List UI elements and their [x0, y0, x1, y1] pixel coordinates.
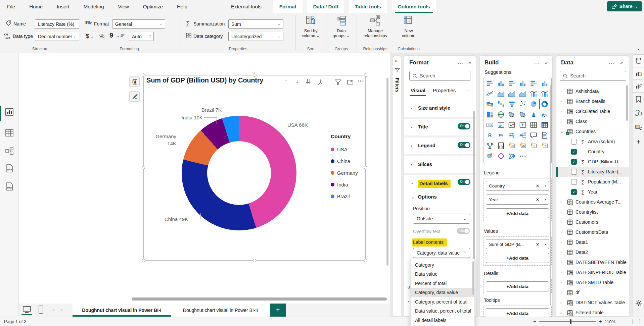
field-row-year[interactable]: ∑Year: [556, 187, 629, 197]
resize-handle[interactable]: [364, 259, 367, 262]
add-data-button[interactable]: +Add data: [486, 281, 549, 291]
prev-page-icon[interactable]: ‹: [53, 307, 54, 312]
build-pane-toggle[interactable]: [633, 67, 644, 80]
summarization-select[interactable]: Sum⌄: [228, 19, 283, 29]
section-detail-labels[interactable]: ⌄ Detail labels On: [404, 176, 476, 191]
line-and-clustered-column-chart-icon[interactable]: [539, 89, 550, 99]
collapse-strip-icon[interactable]: ⌃: [633, 48, 644, 53]
legend-item-usa[interactable]: USA: [331, 144, 358, 155]
tmdl-view-icon[interactable]: TMDL: [5, 182, 14, 191]
map-icon[interactable]: [496, 109, 507, 120]
legend-item-china[interactable]: China: [331, 155, 358, 167]
dropdown-option[interactable]: Category, percent of total: [411, 297, 474, 307]
chevron-right-icon[interactable]: ›: [560, 240, 565, 244]
onobject-insights-button[interactable]: [129, 76, 140, 87]
go-to-next-level-icon[interactable]: ⇊: [304, 78, 313, 85]
field-options-icon[interactable]: ›: [545, 197, 546, 202]
field-checkbox[interactable]: [571, 139, 577, 145]
remove-field-icon[interactable]: ✕: [536, 242, 540, 247]
clustered-bar-chart-icon[interactable]: [506, 78, 517, 89]
chevron-right-icon[interactable]: ›: [560, 250, 565, 254]
menu-tab-table-tools[interactable]: Table tools: [349, 0, 387, 13]
chevron-right-icon[interactable]: ›: [560, 290, 565, 294]
field-checkbox[interactable]: [571, 179, 577, 185]
ai-filter-icon[interactable]: [539, 141, 550, 151]
qa-visual-icon[interactable]: [528, 130, 539, 141]
100-stacked-bar-chart-icon[interactable]: [528, 78, 539, 89]
table-row-datesmtd-table[interactable]: ›DATESMTD Table: [556, 277, 629, 287]
data-search-box[interactable]: Search: [560, 71, 626, 81]
onobject-format-button[interactable]: [129, 91, 140, 102]
line-and-stacked-column-chart-icon[interactable]: [528, 89, 539, 99]
power-apps-icon[interactable]: [496, 151, 507, 161]
matrix-icon[interactable]: [539, 120, 550, 130]
ai-card-icon[interactable]: 123: [506, 141, 517, 151]
chevron-down-icon[interactable]: ⌄: [560, 129, 565, 134]
new-page-button[interactable]: +: [270, 304, 286, 317]
table-view-icon[interactable]: [5, 128, 14, 138]
arcgis-map-icon[interactable]: [485, 151, 496, 161]
chevron-right-icon[interactable]: ›: [560, 260, 565, 264]
chevron-right-icon[interactable]: ›: [560, 109, 565, 113]
shape-map-icon[interactable]: [517, 109, 528, 120]
canvas-vertical-scrollbar[interactable]: [386, 78, 388, 266]
canvas-horizontal-scrollbar[interactable]: [132, 297, 387, 301]
field-checkbox[interactable]: [571, 159, 577, 165]
collapse-pane-icon[interactable]: »: [545, 59, 548, 65]
power-automate-icon[interactable]: [506, 151, 517, 161]
section-size-and-style[interactable]: ›Size and style: [404, 101, 476, 116]
tab-visual[interactable]: Visual: [411, 88, 425, 93]
field-pill[interactable]: Year✕|›: [486, 195, 549, 205]
field-row-area-sq-km-[interactable]: ∑Area (sq km): [556, 137, 629, 147]
page-tab-1[interactable]: Doughnut chart visual in Power BI-I: [73, 304, 171, 317]
chevron-right-icon[interactable]: ›: [560, 119, 565, 123]
field-row-population-m-[interactable]: ∑Population (M...: [556, 177, 629, 187]
donut-chart-icon[interactable]: [539, 99, 550, 109]
menu-item-optimize[interactable]: Optimize: [136, 0, 170, 13]
name-input[interactable]: Literacy Rate (%): [35, 19, 79, 29]
field-checkbox[interactable]: [571, 169, 577, 175]
chevron-right-icon[interactable]: ›: [560, 220, 565, 224]
field-options-icon[interactable]: ›: [545, 183, 546, 188]
slicer-icon[interactable]: [517, 120, 528, 130]
bookmark-icon[interactable]: [636, 96, 641, 103]
dropdown-option[interactable]: All detail labels: [411, 316, 474, 325]
paginated-report-icon[interactable]: [496, 141, 507, 151]
table-row-countries[interactable]: ⌄✓Countries: [556, 126, 629, 137]
decimal-spinner[interactable]: Auto˄˅: [129, 32, 154, 41]
field-checkbox[interactable]: [571, 149, 577, 155]
field-checkbox[interactable]: [571, 189, 577, 195]
line-chart-icon[interactable]: [485, 89, 496, 99]
table-icon[interactable]: [528, 120, 539, 130]
focus-mode-icon[interactable]: [346, 79, 355, 85]
filled-map-icon[interactable]: [506, 109, 517, 120]
more-options-icon[interactable]: ···: [357, 78, 365, 85]
table-row-distinct-values-table[interactable]: ›DISTINCT Values Table: [556, 297, 629, 308]
card-icon[interactable]: 123: [485, 120, 496, 130]
legend-item-india[interactable]: India: [331, 179, 358, 191]
dropdown-option[interactable]: Category, data value: [411, 288, 474, 297]
datatype-select[interactable]: Decimal number⌄: [35, 32, 79, 41]
remove-field-icon[interactable]: ✕: [536, 197, 540, 202]
stacked-bar-chart-icon[interactable]: [485, 78, 496, 89]
gear-icon[interactable]: [635, 300, 642, 307]
legend-toggle[interactable]: On: [458, 142, 470, 148]
table-row-branch-details[interactable]: ›Branch details: [556, 96, 629, 106]
remove-field-icon[interactable]: ✕: [536, 183, 540, 188]
python-visual-icon[interactable]: Py: [496, 130, 507, 141]
build-pane-scrollbar[interactable]: [550, 85, 551, 305]
percent-icon[interactable]: %: [99, 33, 104, 40]
tab-properties[interactable]: Properties: [433, 88, 456, 93]
menu-item-modeling[interactable]: Modeling: [77, 0, 111, 13]
ribbon-chart-icon[interactable]: [485, 99, 496, 109]
100-stacked-column-chart-icon[interactable]: [539, 78, 550, 89]
collapse-pane-icon[interactable]: »: [620, 59, 623, 65]
table-row-class[interactable]: ›Class: [556, 116, 629, 126]
chevron-right-icon[interactable]: ›: [560, 99, 565, 103]
menu-item-insert[interactable]: Insert: [50, 0, 77, 13]
table-row-data1[interactable]: ›Data1: [556, 237, 629, 247]
fit-to-page-icon[interactable]: [633, 319, 640, 324]
format-select[interactable]: General⌄: [112, 19, 165, 29]
report-canvas[interactable]: Sum of GDP (Billion USD) by Country ↑ ↓ …: [19, 53, 390, 304]
table-row-calculated-table[interactable]: ›Calculated Table: [556, 106, 629, 116]
